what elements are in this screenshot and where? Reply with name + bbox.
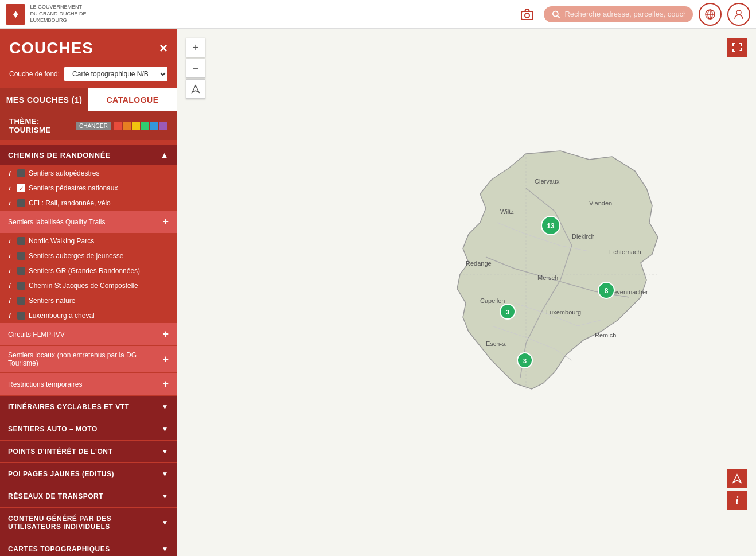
layer-label: Sentiers nature <box>29 297 75 305</box>
layer-cheval[interactable]: i Luxembourg à cheval <box>0 308 177 323</box>
category-chemins-header[interactable]: CHEMINS DE RANDONNÉE ▲ <box>0 145 177 165</box>
header-actions <box>516 3 750 26</box>
map-area[interactable]: + − <box>177 29 756 556</box>
category-label: CONTENU GÉNÉRÉ PAR DES UTILISATEURS INDI… <box>8 515 162 531</box>
color-blue <box>150 122 158 130</box>
category-points-interet[interactable]: POINTS D'INTÉRÊT DE L'ONT ▼ <box>0 441 177 462</box>
info-icon[interactable]: i <box>6 297 14 304</box>
category-auto-moto[interactable]: SENTIERS AUTO – MOTO ▼ <box>0 418 177 440</box>
svg-line-3 <box>558 15 560 18</box>
tab-catalogue[interactable]: CATALOGUE <box>88 88 177 111</box>
couche-fond-select[interactable]: Carte topographique N/B <box>64 67 167 81</box>
info-icon[interactable]: i <box>6 267 14 274</box>
layer-label: Sentiers pédestres nationaux <box>29 184 118 192</box>
layer-pedestre-national[interactable]: i Sentiers pédestres nationaux <box>0 181 177 196</box>
zoom-in-button[interactable]: + <box>186 38 205 57</box>
user-icon[interactable] <box>727 3 750 26</box>
logo-text: LE GOUVERNEMENT DU GRAND-DUCHÉ DE LUXEMB… <box>30 4 120 24</box>
sidebar-content: THÈME: TOURISME CHANGER CHEMINS DE RANDO… <box>0 111 177 556</box>
fullscreen-button[interactable] <box>727 38 747 57</box>
close-button[interactable]: × <box>159 40 167 56</box>
gps-button[interactable] <box>727 469 747 488</box>
subcategory-label: Sentiers labellisés Quality Trails <box>8 218 105 226</box>
expand-arrow-icon: ▼ <box>162 448 169 456</box>
location-button[interactable] <box>186 79 205 99</box>
logo-lion-icon: ♦ <box>6 4 25 25</box>
layer-compostelle[interactable]: i Chemin St Jacques de Compostelle <box>0 278 177 293</box>
map-right-controls: i <box>727 469 747 510</box>
category-chemins-label: CHEMINS DE RANDONNÉE <box>8 151 111 160</box>
expand-plus-icon[interactable]: + <box>162 328 169 340</box>
info-icon[interactable]: i <box>6 282 14 289</box>
info-icon[interactable]: i <box>6 185 14 192</box>
svg-marker-32 <box>733 475 741 483</box>
svg-text:Echternach: Echternach <box>609 248 641 255</box>
theme-changer: CHANGER <box>76 122 167 130</box>
subcategory-restrictions[interactable]: Restrictions temporaires + <box>0 373 177 395</box>
info-icon[interactable]: i <box>6 170 14 177</box>
layer-color-box <box>17 237 25 245</box>
layer-label: Sentiers auberges de jeunesse <box>29 252 123 260</box>
theme-changer-button[interactable]: CHANGER <box>76 122 111 130</box>
category-contenu-genere[interactable]: CONTENU GÉNÉRÉ PAR DES UTILISATEURS INDI… <box>0 508 177 538</box>
layer-label: Chemin St Jacques de Compostelle <box>29 282 138 290</box>
layer-nordic[interactable]: i Nordic Walking Parcs <box>0 234 177 248</box>
expand-arrow-icon: ▼ <box>162 470 169 478</box>
layer-auberges[interactable]: i Sentiers auberges de jeunesse <box>0 248 177 263</box>
info-icon[interactable]: i <box>6 200 14 207</box>
category-reseaux[interactable]: RÉSEAUX DE TRANSPORT ▼ <box>0 485 177 507</box>
category-poi-pages[interactable]: POI PAGES JAUNES (EDITUS) ▼ <box>0 463 177 485</box>
svg-point-8 <box>736 10 741 15</box>
category-cyclables[interactable]: ITINÉRAIRES CYCLABLES ET VTT ▼ <box>0 396 177 418</box>
category-label: CARTES TOPOGRAPHIQUES <box>8 545 110 553</box>
globe-icon[interactable] <box>699 3 722 26</box>
tab-mes-couches[interactable]: MES COUCHES (1) <box>0 88 88 111</box>
layer-label: Luxembourg à cheval <box>29 312 95 320</box>
layer-color-box <box>17 312 25 320</box>
header-logo: ♦ LE GOUVERNEMENT DU GRAND-DUCHÉ DE LUXE… <box>6 4 120 25</box>
main-layout: COUCHES × Couche de fond: Carte topograp… <box>0 29 756 556</box>
layer-label: CFL: Rail, randonnée, vélo <box>29 199 111 207</box>
color-green <box>141 122 149 130</box>
category-label: ITINÉRAIRES CYCLABLES ET VTT <box>8 403 129 411</box>
camera-icon[interactable] <box>516 3 538 25</box>
expand-plus-icon[interactable]: + <box>162 353 169 366</box>
subcategory-label: Circuits FLMP-IVV <box>8 331 65 339</box>
category-cartes-topo[interactable]: CARTES TOPOGRAPHIQUES ▼ <box>0 538 177 556</box>
svg-text:3: 3 <box>523 357 527 364</box>
info-button[interactable]: i <box>727 491 747 510</box>
search-input[interactable] <box>564 10 685 18</box>
svg-point-2 <box>553 11 558 16</box>
color-yellow <box>132 122 140 130</box>
expand-plus-icon[interactable]: + <box>162 216 169 228</box>
layer-autopedestres[interactable]: i Sentiers autopédestres <box>0 166 177 181</box>
search-bar[interactable] <box>544 6 693 22</box>
svg-marker-9 <box>192 85 199 92</box>
layer-nature[interactable]: i Sentiers nature <box>0 293 177 308</box>
svg-text:Remich: Remich <box>595 332 616 339</box>
expand-arrow-icon: ▼ <box>162 425 169 433</box>
theme-bar: THÈME: TOURISME CHANGER <box>0 111 177 140</box>
luxembourg-map: Clervaux Vianden Wiltz Diekirch Echterna… <box>411 142 687 443</box>
svg-text:Redange: Redange <box>466 260 492 267</box>
subcategory-quality-trails[interactable]: Sentiers labellisés Quality Trails + <box>0 211 177 233</box>
expand-plus-icon[interactable]: + <box>162 378 169 390</box>
category-label: POINTS D'INTÉRÊT DE L'ONT <box>8 448 112 456</box>
layer-gr[interactable]: i Sentiers GR (Grandes Randonnées) <box>0 263 177 278</box>
layer-color-box <box>17 169 25 177</box>
subcategory-sentiers-locaux[interactable]: Sentiers locaux (non entretenus par la D… <box>0 346 177 372</box>
svg-text:Diekirch: Diekirch <box>572 233 595 240</box>
info-icon[interactable]: i <box>6 238 14 244</box>
info-icon[interactable]: i <box>6 312 14 319</box>
zoom-out-button[interactable]: − <box>186 59 205 78</box>
layer-checkbox[interactable] <box>17 184 25 192</box>
subcategory-label: Restrictions temporaires <box>8 380 82 388</box>
subcategory-circuits[interactable]: Circuits FLMP-IVV + <box>0 323 177 345</box>
svg-text:Mersch: Mersch <box>537 274 558 281</box>
layer-cfl[interactable]: i CFL: Rail, randonnée, vélo <box>0 196 177 211</box>
theme-label: THÈME: TOURISME <box>9 117 76 134</box>
info-icon[interactable]: i <box>6 252 14 259</box>
svg-text:3: 3 <box>506 309 509 316</box>
category-label: RÉSEAUX DE TRANSPORT <box>8 492 103 500</box>
color-purple <box>159 122 167 130</box>
